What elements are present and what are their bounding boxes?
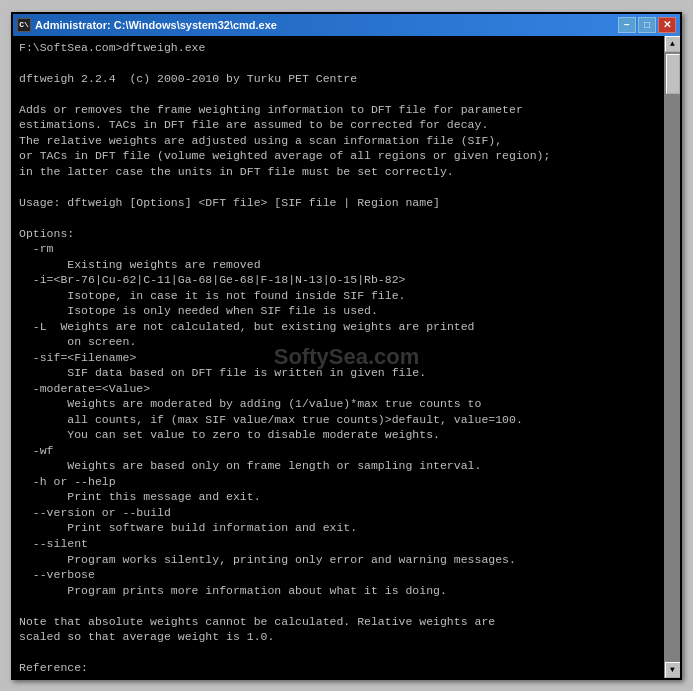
title-bar: C\ Administrator: C:\Windows\system32\cm… [13,14,680,36]
cmd-window: C\ Administrator: C:\Windows\system32\cm… [11,12,682,680]
window-controls: − □ ✕ [618,17,676,33]
console-body: F:\SoftSea.com>dftweigh.exe dftweigh 2.2… [13,36,680,678]
console-output[interactable]: F:\SoftSea.com>dftweigh.exe dftweigh 2.2… [13,36,664,678]
scroll-thumb[interactable] [666,54,680,94]
close-button[interactable]: ✕ [658,17,676,33]
maximize-button[interactable]: □ [638,17,656,33]
scrollbar[interactable]: ▲ ▼ [664,36,680,678]
scroll-track[interactable] [665,52,680,662]
minimize-button[interactable]: − [618,17,636,33]
scroll-up-button[interactable]: ▲ [665,36,681,52]
scroll-down-button[interactable]: ▼ [665,662,681,678]
window-title: Administrator: C:\Windows\system32\cmd.e… [35,19,277,31]
title-bar-left: C\ Administrator: C:\Windows\system32\cm… [17,18,277,32]
cmd-icon: C\ [17,18,31,32]
